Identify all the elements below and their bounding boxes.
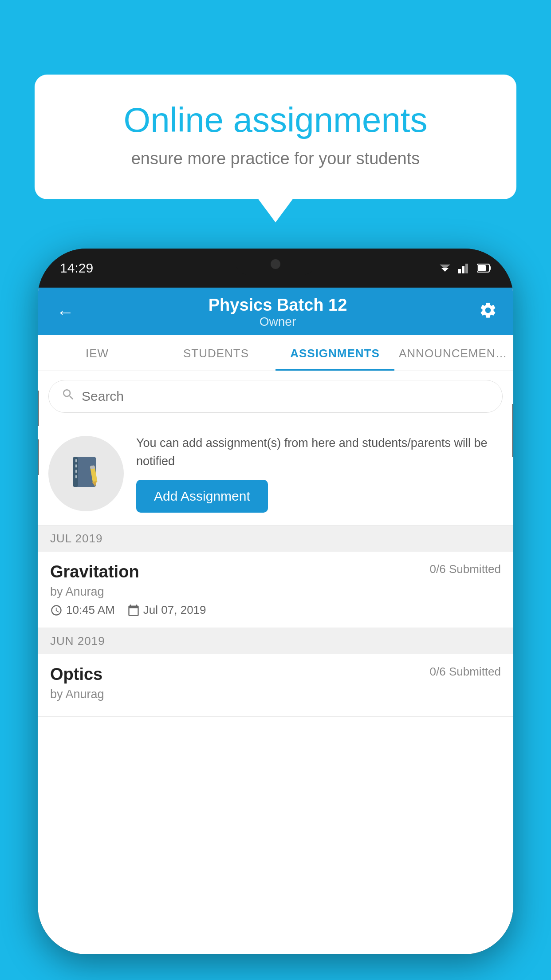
volume-down-button: [38, 439, 39, 475]
camera: [271, 259, 280, 269]
assignment-date: Jul 07, 2019: [127, 603, 206, 617]
svg-rect-2: [458, 269, 461, 273]
status-bar: 14:29: [38, 249, 513, 288]
add-assignment-button[interactable]: Add Assignment: [136, 480, 268, 513]
assignment-optics-top: Optics 0/6 Submitted: [50, 665, 501, 684]
assignment-time: 10:45 AM: [50, 603, 115, 617]
calendar-icon: [127, 604, 140, 616]
notebook-icon: [66, 454, 106, 494]
assignment-meta-gravitation: 10:45 AM Jul 07, 2019: [50, 603, 501, 617]
header-title: Physics Batch 12: [209, 296, 347, 315]
month-header-jul: JUL 2019: [38, 526, 513, 552]
svg-rect-11: [75, 464, 77, 468]
volume-up-button: [38, 391, 39, 426]
search-magnifier-icon: [61, 387, 75, 402]
speech-bubble-title: Online assignments: [70, 101, 481, 139]
assignment-date-value: Jul 07, 2019: [143, 603, 206, 617]
assignment-title-optics: Optics: [50, 665, 102, 684]
battery-icon: [477, 263, 491, 273]
settings-button[interactable]: [479, 301, 497, 324]
tab-iew[interactable]: IEW: [38, 335, 157, 371]
speech-bubble: Online assignments ensure more practice …: [35, 75, 516, 199]
svg-rect-12: [75, 470, 77, 473]
assignment-by-optics: by Anurag: [50, 688, 501, 701]
promo-right: You can add assignment(s) from here and …: [136, 434, 503, 513]
phone-screen: ← Physics Batch 12 Owner IEW STUDENTS AS…: [38, 288, 513, 954]
assignment-item-optics[interactable]: Optics 0/6 Submitted by Anurag: [38, 654, 513, 717]
month-header-jun: JUN 2019: [38, 628, 513, 654]
assignment-time-value: 10:45 AM: [66, 603, 115, 617]
add-assignment-promo: You can add assignment(s) from here and …: [38, 422, 513, 526]
wifi-icon: [438, 263, 452, 273]
svg-rect-13: [75, 475, 77, 478]
svg-rect-10: [75, 459, 77, 462]
search-bar[interactable]: [48, 380, 503, 413]
promo-icon-circle: [48, 436, 124, 511]
assignment-item-gravitation[interactable]: Gravitation 0/6 Submitted by Anurag 10:4…: [38, 552, 513, 628]
notch: [236, 249, 315, 275]
assignment-by-gravitation: by Anurag: [50, 585, 501, 599]
assignment-top: Gravitation 0/6 Submitted: [50, 562, 501, 581]
phone: 14:29 ←: [38, 249, 513, 954]
speech-bubble-subtitle: ensure more practice for your students: [70, 149, 481, 168]
svg-rect-4: [465, 264, 468, 273]
power-button: [512, 404, 513, 457]
header-center: Physics Batch 12 Owner: [209, 296, 347, 329]
gear-icon: [479, 301, 497, 320]
svg-rect-7: [478, 265, 486, 271]
search-input[interactable]: [82, 389, 490, 404]
assignment-submitted-optics: 0/6 Submitted: [430, 665, 501, 679]
assignment-title-gravitation: Gravitation: [50, 562, 139, 581]
tabs-bar: IEW STUDENTS ASSIGNMENTS ANNOUNCEMENTS: [38, 335, 513, 371]
svg-rect-3: [462, 266, 464, 273]
back-button[interactable]: ←: [54, 300, 77, 325]
status-time: 14:29: [60, 261, 93, 276]
signal-icon: [458, 263, 471, 273]
search-icon: [61, 387, 75, 405]
promo-text: You can add assignment(s) from here and …: [136, 434, 503, 470]
status-icons: [438, 263, 491, 273]
tab-students[interactable]: STUDENTS: [157, 335, 276, 371]
tab-assignments[interactable]: ASSIGNMENTS: [276, 335, 394, 371]
app-header: ← Physics Batch 12 Owner: [38, 288, 513, 335]
clock-icon: [50, 604, 63, 616]
svg-marker-1: [440, 265, 450, 269]
header-subtitle: Owner: [209, 315, 347, 329]
tab-announcements[interactable]: ANNOUNCEMENTS: [394, 335, 513, 371]
assignment-submitted-gravitation: 0/6 Submitted: [430, 562, 501, 576]
svg-rect-6: [489, 266, 491, 270]
